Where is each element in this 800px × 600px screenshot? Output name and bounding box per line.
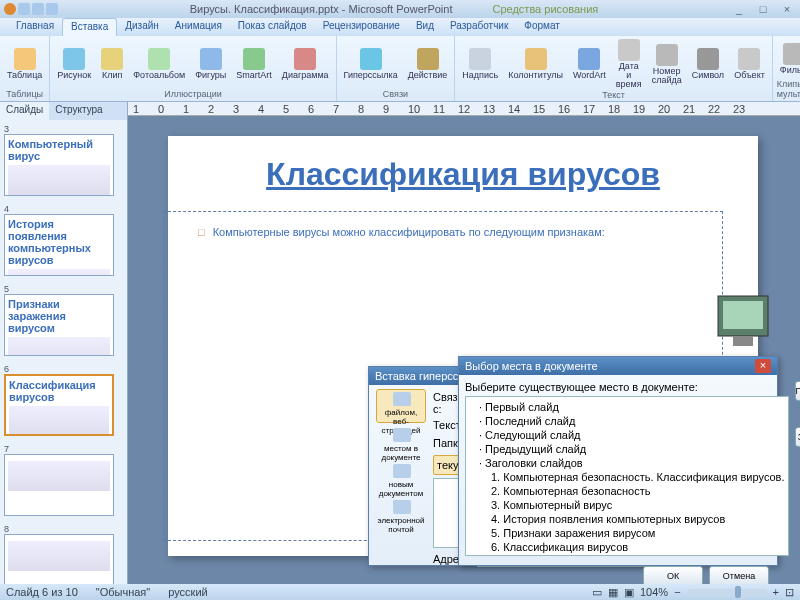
- ribbon-Символ[interactable]: Символ: [689, 47, 727, 81]
- tree-sub-item[interactable]: 4. История появления компьютерных вирусо…: [469, 512, 785, 526]
- svg-rect-2: [733, 336, 753, 346]
- thumbnail-4[interactable]: 4История появления компьютерных вирусов: [4, 204, 123, 276]
- ribbon-Фильм[interactable]: Фильм: [777, 42, 800, 76]
- tab-Вид[interactable]: Вид: [408, 18, 442, 36]
- ribbon-Надпись[interactable]: Надпись: [459, 47, 501, 81]
- tab-Рецензирование[interactable]: Рецензирование: [315, 18, 408, 36]
- ribbon-Дата и время[interactable]: Дата и время: [613, 38, 645, 90]
- titlebar: Вирусы. Классификация.pptx - Microsoft P…: [0, 0, 800, 18]
- zoom-out-button[interactable]: −: [674, 586, 680, 598]
- thumbnail-3[interactable]: 3Компьютерный вирус: [4, 124, 123, 196]
- view-sorter-icon[interactable]: ▦: [608, 586, 618, 599]
- clipart-monitor-1[interactable]: [708, 286, 788, 356]
- view-normal-icon[interactable]: ▭: [592, 586, 602, 599]
- dialog2-title: Выбор места в документе: [465, 360, 598, 372]
- tree-item[interactable]: · Первый слайд: [469, 400, 785, 414]
- ribbon-Диаграмма[interactable]: Диаграмма: [279, 47, 332, 81]
- tab-Дизайн[interactable]: Дизайн: [117, 18, 167, 36]
- slide-counter: Слайд 6 из 10: [6, 586, 78, 598]
- ribbon-Рисунок[interactable]: Рисунок: [54, 47, 94, 81]
- app-title: Вирусы. Классификация.pptx - Microsoft P…: [190, 3, 453, 15]
- office-button[interactable]: [4, 3, 16, 15]
- tab-slides[interactable]: Слайды: [0, 102, 49, 120]
- status-bar: Слайд 6 из 10 "Обычная" русский ▭ ▦ ▣ 10…: [0, 584, 800, 600]
- tree-sub-item[interactable]: 3. Компьютерный вирус: [469, 498, 785, 512]
- svg-rect-1: [723, 301, 763, 329]
- tab-outline[interactable]: Структура: [49, 102, 108, 120]
- tooltip-button[interactable]: Подсказка...: [795, 381, 800, 401]
- tree-sub-item[interactable]: 5. Признаки заражения вирусом: [469, 526, 785, 540]
- tree-item[interactable]: · Следующий слайд: [469, 428, 785, 442]
- undo-icon[interactable]: [32, 3, 44, 15]
- ribbon-Таблица[interactable]: Таблица: [4, 47, 45, 81]
- tree-sub-item[interactable]: 1. Компьютерная безопасность. Классифика…: [469, 470, 785, 484]
- tree-sub-item[interactable]: 6. Классификация вирусов: [469, 540, 785, 554]
- redo-icon[interactable]: [46, 3, 58, 15]
- tab-Главная[interactable]: Главная: [8, 18, 62, 36]
- qat: [4, 3, 58, 15]
- ribbon-Фотоальбом[interactable]: Фотоальбом: [130, 47, 188, 81]
- tab-Формат[interactable]: Формат: [516, 18, 568, 36]
- close-icon[interactable]: ×: [755, 359, 771, 373]
- linkto-opt-0[interactable]: файлом, веб-страницей: [376, 389, 426, 423]
- ribbon-tabs: ГлавнаяВставкаДизайнАнимацияПоказ слайдо…: [0, 18, 800, 36]
- ribbon-WordArt[interactable]: WordArt: [570, 47, 609, 81]
- thumbnail-6[interactable]: 6Классификация вирусов: [4, 364, 123, 436]
- theme-label: "Обычная": [96, 586, 150, 598]
- linkto-opt-3[interactable]: электронной почтой: [376, 497, 426, 531]
- tab-Разработчик[interactable]: Разработчик: [442, 18, 516, 36]
- tab-Анимация[interactable]: Анимация: [167, 18, 230, 36]
- place-tree[interactable]: · Первый слайд· Последний слайд· Следующ…: [465, 396, 789, 556]
- thumbnail-8[interactable]: 8: [4, 524, 123, 584]
- slide-panel: Слайды Структура 3Компьютерный вирус4Ист…: [0, 102, 128, 584]
- ribbon-Номер слайда[interactable]: Номер слайда: [649, 43, 685, 86]
- linkto-opt-2[interactable]: новым документом: [376, 461, 426, 495]
- context-tab-label: Средства рисования: [492, 3, 598, 15]
- close-button[interactable]: ×: [778, 3, 796, 15]
- lang-label[interactable]: русский: [168, 586, 207, 598]
- ribbon-Фигуры[interactable]: Фигуры: [192, 47, 229, 81]
- zoom-label: 104%: [640, 586, 668, 598]
- select-place-dialog: Выбор места в документе× Выберите сущест…: [458, 356, 778, 566]
- cancel-button[interactable]: Отмена: [709, 566, 769, 584]
- fit-button[interactable]: ⊡: [785, 586, 794, 599]
- ribbon-Объект[interactable]: Объект: [731, 47, 768, 81]
- ribbon: ТаблицаТаблицыРисунокКлипФотоальбомФигур…: [0, 36, 800, 102]
- prompt-label: Выберите существующее место в документе:: [465, 381, 789, 393]
- slide-title[interactable]: Классификация вирусов: [198, 156, 728, 193]
- view-slideshow-icon[interactable]: ▣: [624, 586, 634, 599]
- zoom-slider[interactable]: [687, 589, 767, 595]
- ribbon-Гиперссылка[interactable]: Гиперссылка: [341, 47, 401, 81]
- tab-Показ слайдов[interactable]: Показ слайдов: [230, 18, 315, 36]
- ok-button[interactable]: ОК: [643, 566, 703, 584]
- thumbnails: 3Компьютерный вирус4История появления ко…: [0, 120, 127, 584]
- tree-item[interactable]: · Заголовки слайдов: [469, 456, 785, 470]
- thumbnail-5[interactable]: 5Признаки заражения вирусом: [4, 284, 123, 356]
- tree-item[interactable]: · Предыдущий слайд: [469, 442, 785, 456]
- ruler-horizontal: 101234567891011121314151617181920212223: [128, 102, 800, 116]
- zoom-in-button[interactable]: +: [773, 586, 779, 598]
- save-icon[interactable]: [18, 3, 30, 15]
- thumbnail-7[interactable]: 7: [4, 444, 123, 516]
- minimize-button[interactable]: _: [730, 3, 748, 15]
- tree-sub-item[interactable]: 2. Компьютерная безопасность: [469, 484, 785, 498]
- ribbon-Колонтитулы[interactable]: Колонтитулы: [505, 47, 566, 81]
- tree-sub-item[interactable]: 7. Слайд 7: [469, 554, 785, 556]
- ribbon-SmartArt[interactable]: SmartArt: [233, 47, 275, 81]
- slide-canvas[interactable]: Классификация вирусов □Компьютерные виру…: [128, 116, 800, 584]
- bookmark-button[interactable]: Закладка...: [795, 427, 800, 447]
- tree-item[interactable]: · Последний слайд: [469, 414, 785, 428]
- linkto-opt-1[interactable]: местом в документе: [376, 425, 426, 459]
- ribbon-Клип[interactable]: Клип: [98, 47, 126, 81]
- link-to-panel: файлом, веб-страницейместом в документен…: [373, 389, 429, 569]
- maximize-button[interactable]: □: [754, 3, 772, 15]
- ribbon-Действие[interactable]: Действие: [405, 47, 451, 81]
- tab-Вставка[interactable]: Вставка: [62, 18, 117, 36]
